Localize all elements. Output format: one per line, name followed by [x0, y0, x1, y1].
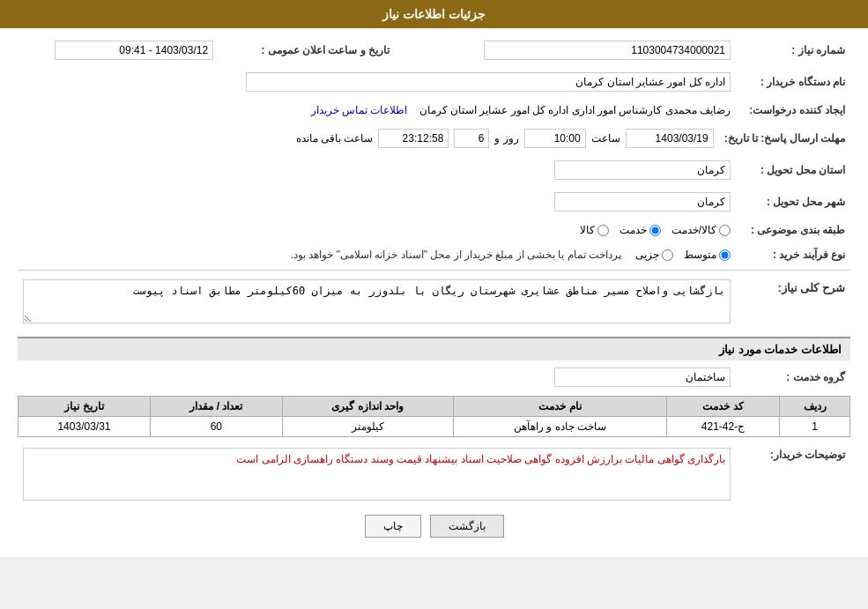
tozihat-label: توضیحات خریدار:	[736, 444, 850, 504]
shahr-value: کرمان	[18, 189, 736, 215]
tarikh-field: 1403/03/12 - 09:41	[55, 41, 213, 60]
table-row: 1ج-42-421ساخت جاده و راهآهنکیلومتر601403…	[19, 417, 850, 437]
main-content: شماره نیاز : 1103004734000021 تاریخ و سا…	[0, 28, 868, 557]
mohlat-remaining-label: ساعت باقی مانده	[296, 132, 374, 145]
ostan-label: استان محل تحویل :	[736, 157, 850, 183]
radio-kala-khedmat-input[interactable]	[719, 225, 731, 236]
ejad-label: ایجاد کننده درخواست:	[736, 100, 850, 120]
mohlat-remaining-field: 23:12:58	[378, 129, 449, 148]
col-date: تاریخ نیاز	[19, 397, 151, 417]
ostan-value: کرمان	[18, 157, 736, 183]
services-section-header: اطلاعات خدمات مورد نیاز	[18, 337, 850, 360]
back-button[interactable]: بازگشت	[430, 515, 504, 538]
info-table-nofarayand: نوع فرآیند خرید : متوسط جزیی	[18, 245, 850, 264]
info-table-tabaqabandi: طبقه بندی موضوعی : کالا/خدمت خدمت	[18, 220, 850, 240]
info-table-shahr: شهر محل تحویل : کرمان	[18, 189, 850, 215]
radio-motavaset[interactable]: متوسط	[684, 249, 731, 261]
cell-count: 60	[150, 417, 282, 437]
shomara-field: 1103004734000021	[484, 41, 731, 60]
col-code: کد خدمت	[667, 397, 780, 417]
radio-kala-input[interactable]	[597, 225, 609, 236]
shahr-field: کرمان	[554, 192, 731, 212]
grohe-field: ساختمان	[554, 368, 731, 387]
sharh-label: شرح کلی نیاز:	[736, 276, 850, 330]
tozihat-box: بارگذاری گواهی مالیات برارزش افزوده گواه…	[23, 448, 731, 501]
ejad-value: رضایف محمدی کارشناس امور اداری اداره کل …	[18, 100, 736, 120]
mohlat-row: 1403/03/19 ساعت 10:00 روز و 6 23:12:58 س…	[23, 129, 714, 148]
radio-kala-label: کالا	[580, 224, 595, 236]
mohlat-value: 1403/03/19 ساعت 10:00 روز و 6 23:12:58 س…	[18, 125, 719, 152]
radio-khedmat-input[interactable]	[649, 225, 661, 236]
info-table-tozihat: توضیحات خریدار: بارگذاری گواهی مالیات بر…	[18, 444, 850, 504]
radio-jozi-input[interactable]	[662, 249, 673, 261]
grohe-value: ساختمان	[18, 364, 736, 390]
radio-jozi[interactable]: جزیی	[635, 249, 673, 261]
nofarayand-label: نوع فرآیند خرید :	[736, 245, 850, 264]
mohlat-saat-field: 10:00	[524, 129, 586, 148]
grohe-label: گروه خدمت :	[736, 364, 850, 390]
shomara-label: شماره نیاز :	[736, 37, 850, 63]
tozihat-value: بارگذاری گواهی مالیات برارزش افزوده گواه…	[18, 444, 736, 504]
page-header: جزئیات اطلاعات نیاز	[0, 0, 868, 28]
cell-name: ساخت جاده و راهآهن	[453, 417, 666, 437]
col-radif: ردیف	[780, 397, 850, 417]
col-count: تعداد / مقدار	[150, 397, 282, 417]
radio-kala-khedmat[interactable]: کالا/خدمت	[671, 224, 731, 236]
cell-date: 1403/03/31	[19, 417, 151, 437]
col-name: نام خدمت	[453, 397, 666, 417]
services-section-title: اطلاعات خدمات مورد نیاز	[719, 343, 842, 356]
mohlat-rooz-label: روز و	[494, 132, 518, 145]
radio-kala-khedmat-label: کالا/خدمت	[671, 224, 716, 236]
cell-code: ج-42-421	[667, 417, 780, 437]
separator-1	[18, 270, 850, 271]
nofarayand-radio-group: متوسط جزیی	[635, 249, 731, 261]
radio-khedmat[interactable]: خدمت	[619, 224, 661, 236]
mohlat-rooz-field: 6	[454, 129, 489, 148]
ostan-field: کرمان	[554, 160, 731, 180]
info-table-top: شماره نیاز : 1103004734000021 تاریخ و سا…	[18, 37, 850, 63]
radio-kala[interactable]: کالا	[580, 224, 609, 236]
radio-jozi-label: جزیی	[635, 249, 659, 261]
tarikh-value: 1403/03/12 - 09:41	[18, 37, 219, 63]
col-unit: واحد اندازه گیری	[282, 397, 453, 417]
tabaqabandi-options: کالا/خدمت خدمت کالا	[18, 220, 736, 240]
page-title: جزئیات اطلاعات نیاز	[382, 7, 486, 21]
mohlat-label: مهلت ارسال پاسخ: تا تاریخ:	[719, 125, 850, 152]
sharh-value	[18, 276, 736, 330]
tabaqabandi-label: طبقه بندی موضوعی :	[736, 220, 850, 240]
info-table-ostan: استان محل تحویل : کرمان	[18, 157, 850, 183]
info-table-grohe: گروه خدمت : ساختمان	[18, 364, 850, 390]
cell-unit: کیلومتر	[282, 417, 453, 437]
shomara-value: 1103004734000021	[430, 37, 736, 63]
sharh-textarea[interactable]	[23, 279, 731, 323]
mohlat-saat-label: ساعت	[591, 132, 620, 145]
nofarayand-row: متوسط جزیی پرداخت تمام یا بخشی از مبلغ خ…	[23, 249, 731, 261]
info-table-sharh: شرح کلی نیاز:	[18, 276, 850, 330]
mohlat-date-field: 1403/03/19	[626, 129, 714, 148]
namdastgah-value: اداره کل امور عشایر استان کرمان	[18, 69, 736, 95]
page-wrapper: جزئیات اطلاعات نیاز شماره نیاز : 1103004…	[0, 0, 868, 557]
tabaqabandi-radio-group: کالا/خدمت خدمت کالا	[23, 224, 731, 236]
shahr-label: شهر محل تحویل :	[736, 189, 850, 215]
radio-motavaset-label: متوسط	[684, 249, 716, 261]
nofarayand-options: متوسط جزیی پرداخت تمام یا بخشی از مبلغ خ…	[18, 245, 736, 264]
info-table-namdastgah: نام دستگاه خریدار : اداره کل امور عشایر …	[18, 69, 850, 95]
cell-radif: 1	[780, 417, 850, 437]
info-table-mohlat: مهلت ارسال پاسخ: تا تاریخ: 1403/03/19 سا…	[18, 125, 850, 152]
tarikh-label: تاریخ و ساعت اعلان عمومی :	[219, 37, 395, 63]
namdastgah-label: نام دستگاه خریدار :	[736, 69, 850, 95]
radio-khedmat-label: خدمت	[619, 224, 647, 236]
ejad-field: رضایف محمدی کارشناس امور اداری اداره کل …	[419, 104, 731, 116]
radio-motavaset-input[interactable]	[719, 249, 731, 261]
services-table: ردیف کد خدمت نام خدمت واحد اندازه گیری ت…	[18, 396, 850, 437]
info-table-ejad: ایجاد کننده درخواست: رضایف محمدی کارشناس…	[18, 100, 850, 120]
ettelaat-link[interactable]: اطلاعات تماس خریدار	[311, 104, 408, 116]
nofarayand-note: پرداخت تمام یا بخشی از مبلغ خریدار از مح…	[291, 249, 621, 261]
buttons-row: بازگشت چاپ	[18, 515, 850, 538]
namdastgah-field: اداره کل امور عشایر استان کرمان	[246, 72, 731, 92]
print-button[interactable]: چاپ	[365, 515, 421, 538]
